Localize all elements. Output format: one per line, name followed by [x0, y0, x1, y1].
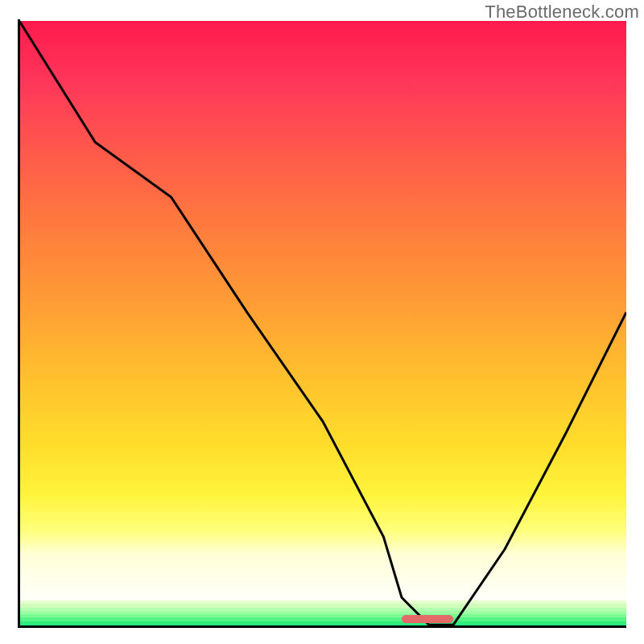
x-axis-line [18, 625, 626, 628]
chart-frame: TheBottleneck.com [0, 0, 644, 644]
curve-path [19, 21, 626, 625]
y-axis-line [18, 19, 20, 628]
watermark-text: TheBottleneck.com [485, 2, 639, 23]
optimum-range-marker [402, 615, 453, 623]
plot-area [19, 21, 626, 628]
bottleneck-curve [19, 21, 626, 628]
